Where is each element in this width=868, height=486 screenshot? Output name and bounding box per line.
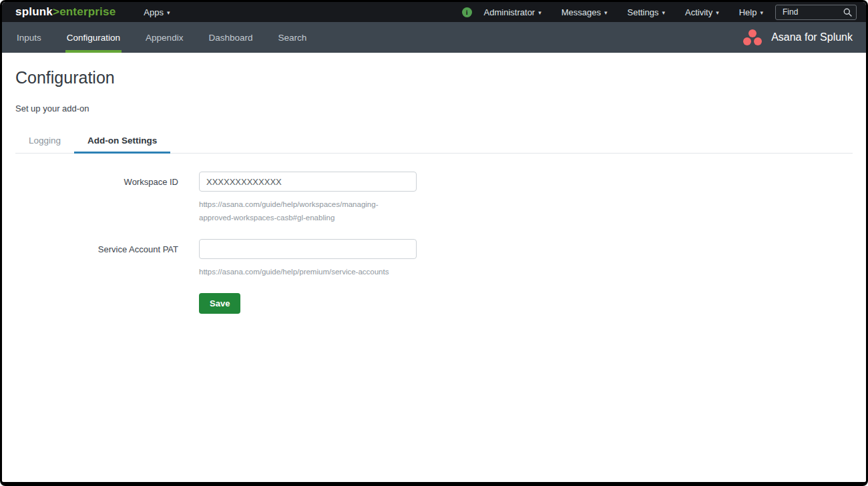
activity-menu-label: Activity <box>685 7 712 17</box>
page-subtitle: Set up your add-on <box>15 103 853 113</box>
apps-menu-label: Apps <box>144 7 164 17</box>
service-account-pat-label: Service Account PAT <box>15 239 178 278</box>
nav-tab-search[interactable]: Search <box>276 22 308 53</box>
addon-settings-form: Workspace ID https://asana.com/guide/hel… <box>15 172 853 314</box>
workspace-id-input[interactable] <box>199 172 417 192</box>
nav-tab-inputs[interactable]: Inputs <box>15 22 43 53</box>
workspace-id-label: Workspace ID <box>15 172 178 224</box>
app-identity: Asana for Splunk <box>742 22 866 53</box>
caret-down-icon: ▾ <box>604 10 608 16</box>
workspace-id-help-line: https://asana.com/guide/help/workspaces/… <box>199 198 417 211</box>
topbar-right: i Administrator ▾ Messages ▾ Settings ▾ … <box>462 7 763 17</box>
workspace-id-row: Workspace ID https://asana.com/guide/hel… <box>15 172 853 224</box>
workspace-id-help: https://asana.com/guide/help/workspaces/… <box>199 198 417 224</box>
workspace-id-field: https://asana.com/guide/help/workspaces/… <box>199 172 417 224</box>
caret-down-icon: ▾ <box>716 10 719 16</box>
splunk-top-bar: splunk>enterprise Apps ▾ i Administrator… <box>2 2 866 22</box>
find-search-box[interactable] <box>775 5 857 20</box>
settings-tabs: Logging Add-on Settings <box>15 130 853 154</box>
service-account-pat-input[interactable] <box>199 239 417 259</box>
app-window: splunk>enterprise Apps ▾ i Administrator… <box>0 0 868 486</box>
main-content: Configuration Set up your add-on Logging… <box>2 53 866 482</box>
help-menu-label: Help <box>739 7 757 17</box>
tab-addon-settings[interactable]: Add-on Settings <box>74 130 170 154</box>
messages-menu-label: Messages <box>562 7 601 17</box>
nav-tab-dashboard[interactable]: Dashboard <box>207 22 254 53</box>
messages-menu[interactable]: Messages ▾ <box>562 7 608 17</box>
service-account-pat-row: Service Account PAT https://asana.com/gu… <box>15 239 853 278</box>
caret-down-icon: ▾ <box>662 10 665 16</box>
caret-down-icon: ▾ <box>167 10 170 16</box>
find-search-input[interactable] <box>781 7 843 17</box>
administrator-menu[interactable]: Administrator ▾ <box>484 7 541 17</box>
caret-down-icon: ▾ <box>760 10 763 16</box>
nav-tab-appendix[interactable]: Appendix <box>144 22 184 53</box>
settings-menu-label: Settings <box>628 7 659 17</box>
page-title: Configuration <box>15 68 853 87</box>
activity-menu[interactable]: Activity ▾ <box>685 7 719 17</box>
splunk-logo-brand: splunk <box>15 5 53 18</box>
splunk-logo-product: >enterprise <box>53 5 116 18</box>
asana-logo-icon <box>742 29 763 47</box>
info-icon[interactable]: i <box>462 7 472 17</box>
service-account-pat-field: https://asana.com/guide/help/premium/ser… <box>199 239 417 278</box>
workspace-id-help-line: approved-workspaces-casb#gl-enabling <box>199 211 417 224</box>
splunk-logo[interactable]: splunk>enterprise <box>15 5 116 19</box>
settings-menu[interactable]: Settings ▾ <box>628 7 666 17</box>
tab-logging[interactable]: Logging <box>15 130 74 154</box>
save-row: Save <box>15 293 853 314</box>
apps-menu[interactable]: Apps ▾ <box>144 7 170 17</box>
administrator-menu-label: Administrator <box>484 7 535 17</box>
search-icon <box>843 8 852 17</box>
caret-down-icon: ▾ <box>538 10 541 16</box>
save-button[interactable]: Save <box>199 293 240 314</box>
service-account-pat-help: https://asana.com/guide/help/premium/ser… <box>199 265 417 278</box>
app-title: Asana for Splunk <box>771 31 853 43</box>
service-account-pat-help-line: https://asana.com/guide/help/premium/ser… <box>199 265 417 278</box>
nav-tab-configuration[interactable]: Configuration <box>65 22 122 53</box>
app-nav-bar: Inputs Configuration Appendix Dashboard … <box>2 22 866 53</box>
help-menu[interactable]: Help ▾ <box>739 7 763 17</box>
